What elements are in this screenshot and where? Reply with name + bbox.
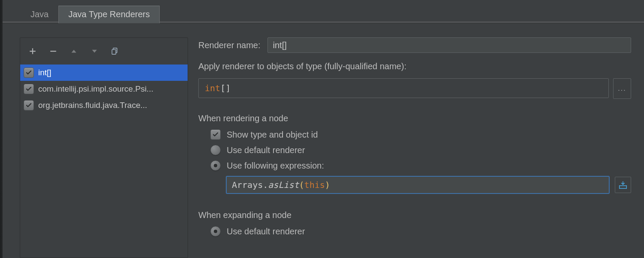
list-item-label: org.jetbrains.fluid.java.Trace... xyxy=(38,101,147,110)
list-item-label: int[] xyxy=(38,68,52,77)
checkbox-icon[interactable] xyxy=(210,129,221,140)
renderer-list-toolbar xyxy=(20,38,188,64)
renderer-list-panel: int[] com.intellij.psi.impl.source.Psi..… xyxy=(20,37,188,258)
expr-class: Arrays. xyxy=(232,180,268,190)
type-keyword: int xyxy=(205,83,220,93)
radio-icon[interactable] xyxy=(210,226,221,236)
show-type-checkbox-row[interactable]: Show type and object id xyxy=(210,129,631,140)
svg-rect-1 xyxy=(112,49,116,54)
apply-type-label: Apply renderer to objects of type (fully… xyxy=(198,61,631,71)
list-item[interactable]: org.jetbrains.fluid.java.Trace... xyxy=(20,97,188,114)
renderer-form: Renderer name: Apply renderer to objects… xyxy=(198,37,631,258)
apply-type-input[interactable]: int[] xyxy=(198,78,609,98)
expand-default-label: Use default renderer xyxy=(227,227,305,236)
checkbox-icon[interactable] xyxy=(24,100,34,111)
render-default-radio[interactable]: Use default renderer xyxy=(210,145,631,155)
expr-open: ( xyxy=(299,180,304,190)
tab-java-type-renderers[interactable]: Java Type Renderers xyxy=(58,6,160,23)
radio-icon[interactable] xyxy=(210,160,221,171)
tabstrip: Java Java Type Renderers xyxy=(3,0,644,23)
expr-close: ) xyxy=(325,180,330,190)
expr-method: asList xyxy=(268,180,299,190)
show-type-label: Show type and object id xyxy=(227,130,318,140)
render-expression-label: Use following expression: xyxy=(227,161,324,171)
checkbox-icon[interactable] xyxy=(24,84,34,94)
render-expression-input[interactable]: Arrays.asList(this) xyxy=(226,176,610,194)
svg-rect-2 xyxy=(620,186,627,188)
renderer-list[interactable]: int[] com.intellij.psi.impl.source.Psi..… xyxy=(20,64,188,258)
list-item-label: com.intellij.psi.impl.source.Psi... xyxy=(38,84,153,94)
type-rest: [] xyxy=(220,83,231,93)
remove-icon[interactable] xyxy=(49,46,58,56)
move-up-icon[interactable] xyxy=(69,46,79,56)
list-item[interactable]: com.intellij.psi.impl.source.Psi... xyxy=(20,81,188,97)
checkbox-icon[interactable] xyxy=(24,68,34,78)
renderer-name-label: Renderer name: xyxy=(198,40,261,50)
radio-icon[interactable] xyxy=(210,145,221,155)
browse-type-button[interactable]: ... xyxy=(613,78,631,99)
render-expression-radio[interactable]: Use following expression: xyxy=(210,160,631,171)
render-default-label: Use default renderer xyxy=(227,145,305,155)
expand-default-radio[interactable]: Use default renderer xyxy=(210,226,631,236)
render-section-label: When rendering a node xyxy=(198,114,631,123)
list-item[interactable]: int[] xyxy=(20,64,188,81)
renderer-name-input[interactable] xyxy=(267,37,631,53)
add-icon[interactable] xyxy=(28,46,37,56)
tab-java[interactable]: Java xyxy=(21,6,58,23)
expand-expression-button[interactable] xyxy=(615,177,631,193)
copy-icon[interactable] xyxy=(110,46,120,56)
expand-section-label: When expanding a node xyxy=(198,210,631,220)
expr-arg: this xyxy=(304,180,325,190)
move-down-icon[interactable] xyxy=(90,46,99,56)
